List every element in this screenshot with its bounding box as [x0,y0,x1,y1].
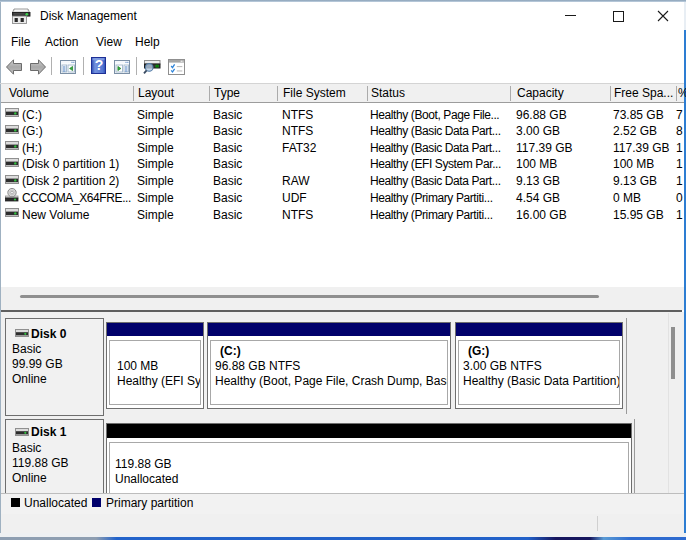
svg-text:?: ? [95,57,104,73]
